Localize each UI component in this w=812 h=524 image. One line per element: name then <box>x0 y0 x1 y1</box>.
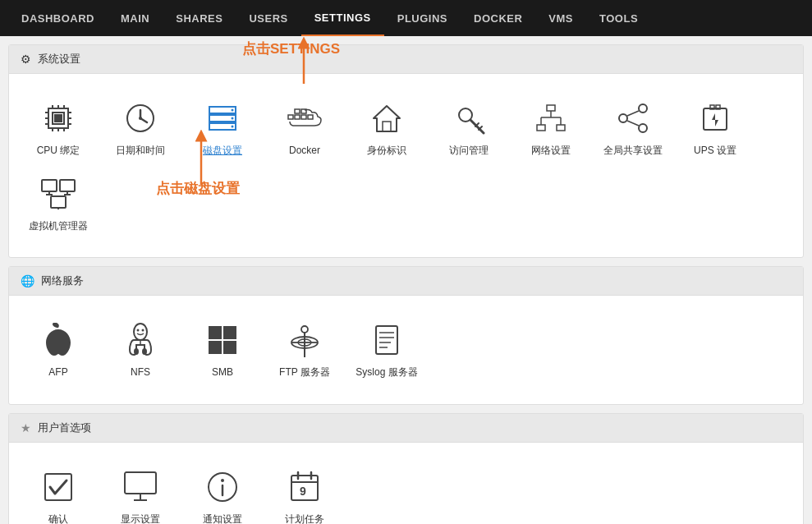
ftp-icon <box>285 320 324 360</box>
nav-users[interactable]: USERS <box>236 0 300 36</box>
svg-point-47 <box>619 114 627 122</box>
nav-settings[interactable]: SETTINGS <box>301 0 384 36</box>
calendar-icon: 9 <box>285 467 324 507</box>
system-settings-section: ⚙ 系统设置 <box>8 44 804 258</box>
svg-point-76 <box>301 326 308 333</box>
nav-docker[interactable]: DOCKER <box>461 0 535 36</box>
global-share-label: 全局共享设置 <box>603 145 663 158</box>
nfs-item[interactable]: NFS <box>99 312 181 388</box>
svg-rect-81 <box>376 326 397 354</box>
schedule-label: 计划任务 <box>285 513 324 524</box>
svg-point-46 <box>639 104 647 113</box>
svg-point-24 <box>232 109 234 112</box>
cpu-binding-item[interactable]: CPU 绑定 <box>17 90 99 166</box>
notification-label: 通知设置 <box>203 513 242 524</box>
svg-rect-73 <box>223 326 236 339</box>
notification-item[interactable]: 通知设置 <box>181 459 264 524</box>
svg-rect-41 <box>557 125 565 131</box>
network-services-title: 网络服务 <box>41 273 84 288</box>
ups-label: UPS 设置 <box>694 145 736 158</box>
svg-point-48 <box>639 124 647 132</box>
nav-plugins[interactable]: PLUGINS <box>384 0 461 36</box>
svg-marker-33 <box>374 106 400 131</box>
disk-settings-label: 磁盘设置 <box>203 145 242 158</box>
display-item[interactable]: 显示设置 <box>99 459 181 524</box>
syslog-item[interactable]: Syslog 服务器 <box>346 312 428 388</box>
confirm-item[interactable]: 确认 <box>17 459 99 524</box>
svg-rect-16 <box>54 114 62 122</box>
star-icon: ★ <box>21 421 31 434</box>
svg-point-26 <box>232 126 234 128</box>
apple-icon <box>39 320 78 360</box>
cpu-icon <box>39 99 78 138</box>
nav-tools[interactable]: TOOLS <box>586 0 651 36</box>
top-navigation: DASHBOARD MAIN SHARES USERS SETTINGS PLU… <box>0 0 812 36</box>
svg-rect-40 <box>537 125 545 131</box>
afp-label: AFP <box>48 366 67 379</box>
svg-rect-57 <box>60 180 75 191</box>
network-label: 网络设置 <box>531 145 571 158</box>
ups-icon <box>695 99 735 138</box>
user-preferences-title: 用户首选项 <box>38 421 91 435</box>
svg-rect-60 <box>51 196 66 208</box>
network-services-header: 🌐 网络服务 <box>9 267 803 296</box>
svg-point-66 <box>142 329 145 332</box>
nfs-label: NFS <box>131 366 150 379</box>
docker-label: Docker <box>289 145 320 158</box>
svg-rect-30 <box>295 109 300 113</box>
disk-settings-item[interactable]: 磁盘设置 <box>181 90 264 166</box>
svg-rect-29 <box>301 115 306 119</box>
user-preferences-section: ★ 用户首选项 确认 <box>8 413 804 524</box>
user-preferences-grid: 确认 显示设置 <box>9 443 803 524</box>
ups-item[interactable]: UPS 设置 <box>674 90 756 166</box>
house-icon <box>367 99 406 138</box>
clock-icon <box>121 99 160 138</box>
identity-item[interactable]: 身份标识 <box>346 90 428 166</box>
svg-point-65 <box>137 329 140 332</box>
key-icon <box>449 99 489 138</box>
network-item[interactable]: 网络设置 <box>510 90 592 166</box>
vm-manager-label: 虚拟机管理器 <box>29 220 88 233</box>
svg-rect-53 <box>716 105 720 109</box>
docker-item[interactable]: Docker <box>264 90 346 166</box>
system-settings-grid: CPU 绑定 日期和时间 <box>9 74 803 257</box>
access-item[interactable]: 访问管理 <box>428 90 510 166</box>
svg-rect-72 <box>209 326 222 339</box>
nav-main[interactable]: MAIN <box>108 0 163 36</box>
afp-item[interactable]: AFP <box>17 312 99 388</box>
smb-item[interactable]: SMB <box>181 312 264 388</box>
network-services-grid: AFP <box>9 296 803 404</box>
svg-rect-52 <box>710 105 714 109</box>
datetime-item[interactable]: 日期和时间 <box>99 90 181 166</box>
vm-manager-item[interactable]: 虚拟机管理器 <box>17 166 99 241</box>
display-label: 显示设置 <box>121 513 160 524</box>
checkmark-icon <box>39 467 78 507</box>
cpu-binding-label: CPU 绑定 <box>37 145 80 158</box>
nav-shares[interactable]: SHARES <box>163 0 236 36</box>
syslog-icon <box>367 320 406 360</box>
svg-rect-28 <box>295 115 300 119</box>
access-label: 访问管理 <box>449 145 489 158</box>
ftp-item[interactable]: FTP 服务器 <box>264 312 346 388</box>
ftp-label: FTP 服务器 <box>279 366 330 379</box>
svg-rect-54 <box>42 180 57 191</box>
gear-icon: ⚙ <box>21 53 31 66</box>
user-preferences-header: ★ 用户首选项 <box>9 414 803 443</box>
system-settings-title: 系统设置 <box>38 52 80 67</box>
disk-icon <box>203 99 242 138</box>
system-settings-header: ⚙ 系统设置 <box>9 45 803 74</box>
svg-point-70 <box>134 348 139 355</box>
schedule-item[interactable]: 9 计划任务 <box>264 459 346 524</box>
global-share-item[interactable]: 全局共享设置 <box>592 90 674 166</box>
nav-dashboard[interactable]: DASHBOARD <box>8 0 108 36</box>
svg-point-64 <box>134 324 147 340</box>
svg-rect-27 <box>288 115 293 119</box>
confirm-label: 确认 <box>48 513 68 524</box>
svg-rect-39 <box>547 105 555 111</box>
linux-icon <box>121 320 160 360</box>
svg-rect-32 <box>308 115 313 119</box>
smb-label: SMB <box>212 366 233 379</box>
svg-line-50 <box>627 121 639 126</box>
svg-point-71 <box>142 348 147 355</box>
nav-vms[interactable]: VMS <box>535 0 586 36</box>
